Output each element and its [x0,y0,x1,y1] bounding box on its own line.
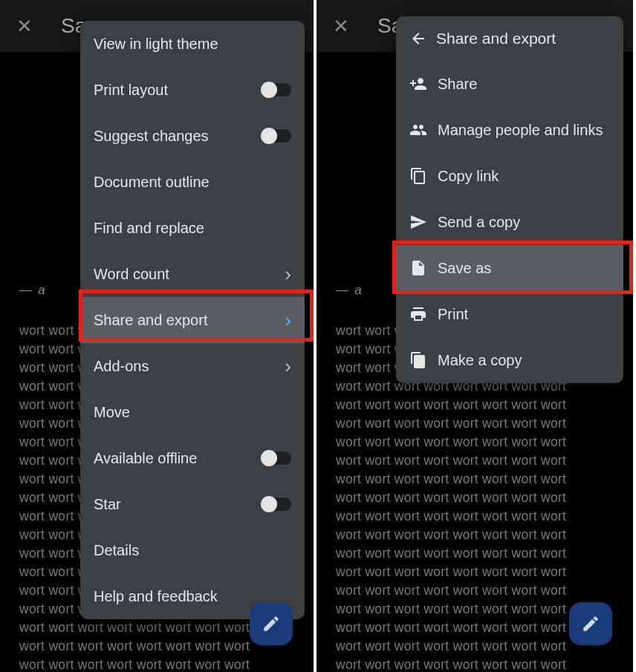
menu-item-label: Details [94,541,291,560]
menu-item-label: Find and replace [94,219,291,238]
pencil-icon [262,614,281,633]
submenu-item-copy-link[interactable]: Copy link [396,153,623,199]
submenu-item-send-a-copy[interactable]: Send a copy [396,199,623,245]
toggle-switch[interactable] [262,129,291,143]
menu-item-label: Add-ons [94,357,285,376]
menu-item-label: Move [94,403,291,422]
submenu-item-manage-people-and-links[interactable]: Manage people and links [396,107,623,153]
chevron-right-icon: › [285,355,291,378]
submenu-header: Share and export [396,16,623,61]
chevron-right-icon: › [285,263,291,286]
person-add-icon [409,75,438,93]
menu-item-view-in-light-theme[interactable]: View in light theme [80,21,305,67]
toggle-switch[interactable] [262,498,291,511]
menu-item-move[interactable]: Move [80,389,305,435]
menu-item-find-and-replace[interactable]: Find and replace [80,205,305,251]
people-icon [409,121,438,139]
toggle-switch[interactable] [262,83,291,97]
menu-item-label: Available offline [94,449,262,468]
share-export-submenu: Share and export ShareManage people and … [396,16,623,383]
overflow-menu: View in light themePrint layoutSuggest c… [80,21,305,619]
send-icon [409,213,438,231]
edit-fab[interactable] [569,602,612,645]
chevron-right-icon: › [285,309,291,332]
file-icon [409,259,438,277]
menu-item-star[interactable]: Star [80,481,305,527]
menu-item-label: Star [94,495,262,514]
submenu-item-label: Copy link [438,167,610,186]
submenu-item-label: Share [438,75,610,94]
menu-item-label: Word count [94,265,285,284]
menu-item-label: View in light theme [94,35,291,53]
menu-item-available-offline[interactable]: Available offline [80,435,305,481]
close-icon[interactable]: ✕ [16,15,33,38]
menu-item-share-and-export[interactable]: Share and export› [80,297,305,343]
menu-item-details[interactable]: Details [80,527,305,573]
edit-fab[interactable] [250,602,293,645]
back-icon[interactable] [409,30,436,48]
menu-item-word-count[interactable]: Word count› [80,251,305,297]
submenu-item-label: Manage people and links [438,121,610,140]
submenu-item-print[interactable]: Print [396,291,623,337]
submenu-item-label: Make a copy [438,351,610,370]
toggle-switch[interactable] [262,451,291,465]
menu-item-add-ons[interactable]: Add-ons› [80,343,305,389]
submenu-item-label: Print [438,305,610,324]
print-icon [409,305,438,323]
menu-item-document-outline[interactable]: Document outline [80,159,305,205]
submenu-title: Share and export [436,30,556,48]
submenu-item-make-a-copy[interactable]: Make a copy [396,337,623,383]
menu-item-label: Print layout [94,81,262,100]
pencil-icon [581,614,600,633]
duplicate-icon [409,351,438,369]
menu-item-print-layout[interactable]: Print layout [80,67,305,113]
submenu-item-save-as[interactable]: Save as [396,245,623,291]
menu-item-label: Share and export [94,311,285,330]
menu-item-suggest-changes[interactable]: Suggest changes [80,113,305,159]
submenu-item-share[interactable]: Share [396,61,623,107]
copy-icon [409,167,438,185]
menu-item-label: Document outline [94,173,291,192]
submenu-item-label: Send a copy [438,213,610,232]
menu-item-label: Suggest changes [94,127,262,146]
close-icon[interactable]: ✕ [333,15,349,38]
submenu-item-label: Save as [438,259,610,278]
